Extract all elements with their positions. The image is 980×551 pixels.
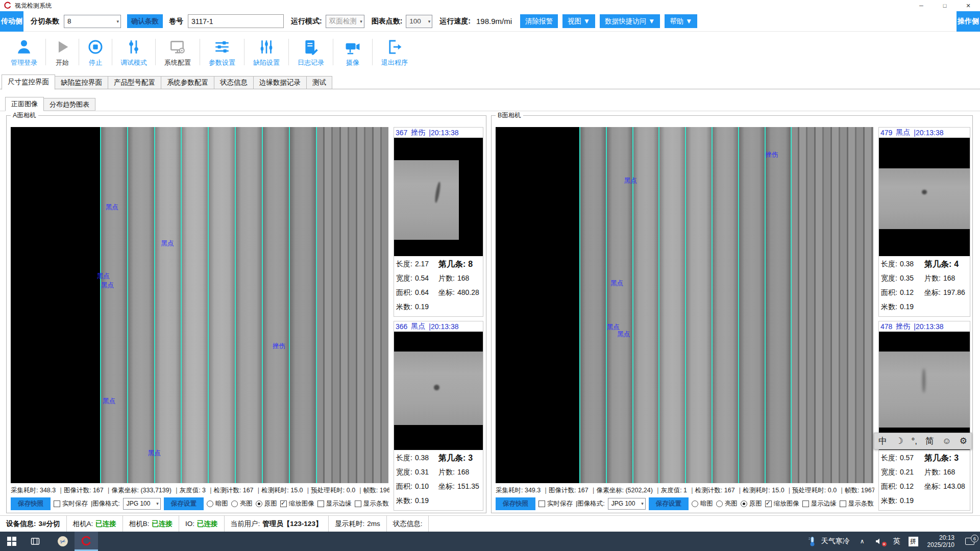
- checkbox-显示条数[interactable]: 显示条数: [840, 499, 874, 508]
- inspection-app-button[interactable]: [75, 532, 98, 551]
- task-view-button[interactable]: [23, 532, 47, 551]
- strip-boundary-line: [738, 127, 739, 483]
- tab-main-4[interactable]: 状态信息: [214, 76, 254, 89]
- defect-settings-icon: [257, 37, 276, 57]
- data-quick-access-menu-button[interactable]: 数据快捷访问 ▼: [600, 14, 660, 28]
- stat-right: 坐标:480.28: [438, 288, 481, 297]
- tab-main-2[interactable]: 产品型号配置: [108, 76, 161, 89]
- checkbox-icon: [765, 500, 772, 507]
- realtime-save-checkbox[interactable]: 实时保存: [54, 499, 88, 508]
- save-settings-button[interactable]: 保存设置: [649, 497, 689, 510]
- view-menu-button[interactable]: 视图 ▼: [562, 14, 595, 28]
- tab-sub-0[interactable]: 正面图像: [5, 97, 44, 111]
- sheet-strip: [765, 127, 792, 483]
- realtime-save-checkbox[interactable]: 实时保存: [538, 499, 573, 508]
- stat-left: 长度:0.38: [396, 454, 438, 463]
- run-speed-label: 运行速度:: [439, 17, 471, 26]
- radio-亮图[interactable]: 亮图: [716, 499, 738, 508]
- radio-亮图[interactable]: 亮图: [231, 499, 253, 508]
- defect-card[interactable]: 479黑点|20:13:38长度:0.38第几条:4宽度:0.35片数:168面…: [878, 127, 970, 317]
- save-settings-button[interactable]: 保存设置: [164, 497, 204, 510]
- checkbox-显示条数[interactable]: 显示条数: [355, 499, 389, 508]
- weather-text[interactable]: 天气寒冷: [820, 532, 854, 551]
- radio-暗图[interactable]: 暗图: [692, 499, 713, 508]
- radio-原图[interactable]: 原图: [741, 499, 762, 508]
- minimize-button[interactable]: ─: [910, 0, 933, 11]
- save-snapshot-button[interactable]: 保存快照: [496, 497, 535, 510]
- ime-settings-gear-icon[interactable]: ⚙: [960, 436, 967, 446]
- ime-fullwidth-moon-icon[interactable]: ☽: [895, 436, 903, 446]
- start-button[interactable]: [0, 532, 23, 551]
- roll-number-input[interactable]: [188, 14, 284, 28]
- ime-mode-chinese[interactable]: 中: [878, 435, 887, 447]
- toolbar-item-play[interactable]: 开始: [46, 34, 78, 70]
- help-menu-button[interactable]: 帮助 ▼: [665, 14, 697, 28]
- tab-main-5[interactable]: 边缘数据记录: [253, 76, 307, 89]
- tab-main-6[interactable]: 测试: [306, 76, 332, 89]
- checkbox-显示边缘[interactable]: 显示边缘: [802, 499, 837, 508]
- tray-expand-chevron[interactable]: ∧: [854, 532, 871, 551]
- volume-muted-icon[interactable]: ✕: [871, 532, 889, 551]
- maximize-button[interactable]: □: [933, 0, 957, 11]
- confirm-count-button[interactable]: 确认条数: [127, 14, 163, 28]
- run-mode-combo[interactable]: 双面检测 ▾: [326, 15, 364, 28]
- radio-原图[interactable]: 原图: [256, 499, 277, 508]
- tab-main-1[interactable]: 缺陷监控界面: [55, 76, 108, 89]
- toolbar-item-camera[interactable]: 摄像: [334, 34, 372, 70]
- toolbar-item-exit[interactable]: 退出程序: [373, 34, 416, 70]
- toolbar-item-debug[interactable]: 调试模式: [113, 34, 155, 70]
- operate-side-button[interactable]: 操作侧: [957, 11, 980, 32]
- ime-simplified-charset[interactable]: 简: [925, 435, 934, 447]
- defect-type: 黑点: [411, 322, 425, 331]
- sheet-right-zone: [791, 127, 873, 483]
- checkbox-显示边缘[interactable]: 显示边缘: [317, 499, 352, 508]
- radio-暗图[interactable]: 暗图: [207, 499, 228, 508]
- tab-main-3[interactable]: 系统参数配置: [161, 76, 214, 89]
- tab-sub-1[interactable]: 分布趋势图表: [43, 98, 95, 111]
- close-button[interactable]: ✕: [957, 0, 980, 11]
- defect-time: |20:13:38: [914, 322, 943, 331]
- stat-right: 坐标:197.86: [924, 288, 968, 297]
- chart-points-combo[interactable]: 100 ▾: [406, 15, 432, 28]
- language-indicator[interactable]: 英: [889, 532, 904, 551]
- checkbox-icon: [280, 500, 287, 507]
- checkbox-icon: [802, 500, 809, 507]
- drive-side-button[interactable]: 传动侧: [0, 11, 23, 32]
- notification-center-button[interactable]: 6: [960, 538, 980, 545]
- toolbar-item-user[interactable]: 管理登录: [3, 34, 45, 70]
- strip-boundary-line: [658, 127, 659, 483]
- checkbox-icon: [54, 500, 60, 507]
- thermometer-icon[interactable]: [804, 532, 820, 551]
- toolbar-item-params[interactable]: 参数设置: [201, 34, 243, 70]
- slit-count-combo[interactable]: 8 ▾: [64, 15, 121, 28]
- icon-toolbar: 管理登录开始停止调试模式系统配置参数设置缺陷设置日志记录摄像退出程序: [0, 32, 980, 72]
- snipping-tool-button[interactable]: ✂: [51, 532, 75, 551]
- ime-emoji-icon[interactable]: ☺: [942, 436, 951, 446]
- stat-right: 坐标:143.08: [924, 482, 968, 491]
- task-view-icon: [30, 536, 40, 546]
- taskbar-clock[interactable]: 20:13 2025/2/10: [922, 534, 960, 548]
- toolbar-item-log[interactable]: 日志记录: [289, 34, 332, 70]
- image-format-combo[interactable]: JPG 100▾: [608, 498, 646, 510]
- toolbar-item-system-config[interactable]: 系统配置: [156, 34, 199, 70]
- defect-card[interactable]: 478挫伤|20:13:38长度:0.57第几条:3宽度:0.21片数:168面…: [878, 321, 970, 511]
- clear-alarm-button[interactable]: 清除报警: [520, 14, 558, 28]
- defect-label: 挫伤: [765, 150, 778, 159]
- defect-card[interactable]: 367挫伤|20:13:38长度:2.17第几条:8宽度:0.54片数:168面…: [394, 127, 483, 317]
- checkbox-缩放图像[interactable]: 缩放图像: [765, 499, 799, 508]
- tab-main-0[interactable]: 尺寸监控界面: [2, 74, 55, 90]
- stat-item: 像素坐标: (333,7139): [111, 487, 171, 494]
- ime-punctuation-icon[interactable]: °,: [911, 436, 917, 446]
- save-snapshot-button[interactable]: 保存快照: [11, 497, 51, 510]
- camera-image-a[interactable]: 黑点黑点黑点黑点挫伤黑点黑点: [11, 127, 388, 483]
- checkbox-缩放图像[interactable]: 缩放图像: [280, 499, 314, 508]
- image-format-combo[interactable]: JPG 100▾: [123, 498, 161, 510]
- toolbar-item-defect-settings[interactable]: 缺陷设置: [245, 34, 288, 70]
- ime-mode-indicator[interactable]: 拼: [904, 532, 922, 551]
- defect-card[interactable]: 366黑点|20:13:38长度:0.38第几条:3宽度:0.31片数:168面…: [394, 321, 483, 511]
- checkbox-label: 缩放图像: [774, 499, 799, 508]
- radio-label: 暗图: [215, 499, 228, 508]
- toolbar-item-stop[interactable]: 停止: [80, 34, 111, 70]
- camera-image-b[interactable]: 挫伤黑点黑点黑点黑点: [496, 127, 873, 483]
- window-title: 视觉检测系统: [15, 2, 52, 10]
